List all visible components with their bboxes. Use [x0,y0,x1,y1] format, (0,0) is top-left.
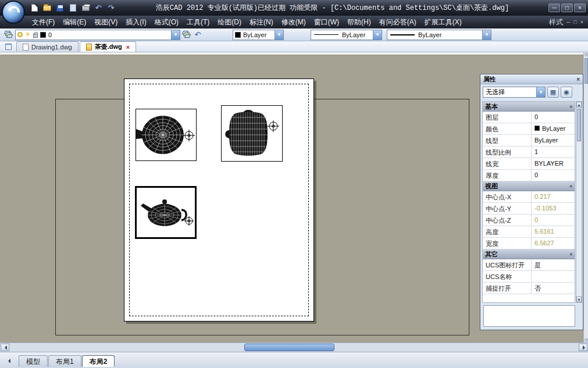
viewport-teapot-top-view[interactable] [136,109,197,161]
panel-scroll-down-icon[interactable]: ▼ [576,296,582,302]
save-as-icon[interactable] [67,3,78,13]
mdi-close-icon[interactable]: × [580,19,583,25]
property-row-linetype-scale[interactable]: 线型比例 1 [483,147,575,158]
property-row-lineweight[interactable]: 线宽 BYLAYER [483,158,575,170]
app-logo-icon[interactable] [2,1,25,24]
menu-tools[interactable]: 工具(T) [183,16,213,28]
application-window: ↶ ↷ 浩辰CAD 2012 专业版(试用版)已经过期 功能受限 - [C:\D… [0,0,588,368]
section-misc[interactable]: 其它 « [483,249,575,259]
property-row-height[interactable]: 高度 5.6161 [483,226,575,238]
menu-insert[interactable]: 插入(I) [122,16,150,28]
layout-tabs: 模型 布局1 布局2 [19,354,115,367]
horizontal-scroll-thumb[interactable] [244,344,334,351]
paper-sheet[interactable] [124,78,314,321]
vertical-scroll-thumb[interactable] [585,58,588,84]
property-row-snap-on[interactable]: 捕捉打开 否 [483,283,575,294]
property-row-center-z[interactable]: 中心点-Z 0 [483,215,575,226]
canvas-horizontal-scrollbar[interactable] [0,342,588,352]
tab-layout1[interactable]: 布局1 [48,355,81,367]
layer-manager-icon[interactable] [2,30,14,40]
layer-dropdown-arrow-icon[interactable]: ▼ [171,30,180,40]
menu-edit[interactable]: 编辑(E) [59,16,90,28]
layout-tabs-back-icon[interactable] [2,355,13,366]
logo-swirl [6,3,22,20]
title-bar: ↶ ↷ 浩辰CAD 2012 专业版(试用版)已经过期 功能受限 - [C:\D… [0,0,588,16]
mdi-restore-icon[interactable]: □ [573,19,576,25]
properties-panel-header[interactable]: 属性 × [480,74,583,84]
menu-modify[interactable]: 修改(M) [277,16,310,28]
scroll-up-icon[interactable] [585,53,588,56]
tab-list-icon[interactable] [3,42,13,51]
tab-close-icon[interactable]: × [126,44,130,51]
collapse-chevron-icon[interactable]: « [568,253,574,255]
section-view[interactable]: 视图 « [483,181,575,191]
property-row-color[interactable]: 颜色 ByLayer [483,123,575,135]
scroll-left-icon[interactable] [1,344,9,351]
color-dropdown[interactable]: ByLayer ▼ [233,30,284,40]
layout-tab-bar: 模型 布局1 布局2 [0,352,588,368]
collapse-chevron-icon[interactable]: « [568,105,574,108]
panel-close-icon[interactable]: × [576,76,580,83]
maximize-button[interactable]: □ [561,3,573,12]
style-toolbar-label[interactable]: 样式 [549,17,563,27]
property-row-width[interactable]: 宽度 6.5627 [483,238,575,249]
menu-format[interactable]: 格式(O) [151,16,183,28]
menu-qa[interactable]: 有问必答(A) [375,16,420,28]
property-row-center-x[interactable]: 中心点-X 0.217 [483,191,575,203]
property-row-ucs-icon-on[interactable]: UCS图标打开 是 [483,259,575,271]
mdi-minimize-icon[interactable]: ─ [566,19,570,25]
redo-icon[interactable]: ↷ [106,3,116,13]
layer-color-chip [40,32,46,38]
menu-view[interactable]: 视图(V) [90,16,122,28]
menu-help[interactable]: 帮助(H) [343,16,375,28]
linetype-sample [314,34,338,35]
viewport-teapot-front-view[interactable] [221,105,283,162]
layer-dropdown[interactable]: ☀ 0 ▼ [15,30,180,40]
current-color-value: ByLayer [243,31,266,38]
scroll-right-icon[interactable] [579,344,587,351]
selection-dropdown-arrow-icon[interactable]: ▼ [536,87,545,97]
lineweight-dropdown-arrow-icon[interactable]: ▼ [482,30,491,40]
selection-filter-row: 无选择 ▼ ▦ ◉ [480,84,583,100]
lineweight-dropdown[interactable]: ByLayer ▼ [387,30,491,40]
new-file-icon[interactable] [29,3,40,13]
layer-previous-icon[interactable]: ↶ [192,30,204,40]
save-icon[interactable] [55,3,65,13]
section-general[interactable]: 基本 « [483,102,575,112]
collapse-chevron-icon[interactable]: « [568,185,574,187]
minimize-button[interactable]: ─ [548,3,560,12]
toggle-pickadd-button[interactable]: ▦ [547,87,559,98]
color-swatch [534,126,540,131]
property-row-thickness[interactable]: 厚度 0 [483,170,575,181]
tab-layout2[interactable]: 布局2 [82,355,115,367]
window-controls: ─ □ × [548,3,586,12]
selection-filter-dropdown[interactable]: 无选择 ▼ [483,87,546,98]
property-row-center-y[interactable]: 中心点-Y -0.1053 [483,203,575,215]
undo-icon[interactable]: ↶ [93,3,104,13]
tab-model[interactable]: 模型 [19,355,48,367]
open-file-icon[interactable] [42,3,52,13]
property-row-ucs-name[interactable]: UCS名称 [483,271,575,283]
linetype-dropdown[interactable]: ByLayer ▼ [311,30,382,40]
viewport-teapot-isometric-view[interactable] [135,186,197,239]
tab-drawing1[interactable]: Drawing1.dwg [16,41,79,52]
close-button[interactable]: × [574,3,586,12]
make-object-layer-current-icon[interactable] [180,30,192,40]
plot-icon[interactable] [80,3,91,13]
property-row-linetype[interactable]: 线型 ByLayer [483,135,575,147]
menu-express-tools[interactable]: 扩展工具(X) [420,16,466,28]
property-row-layer[interactable]: 图层 0 [483,112,575,123]
panel-scroll-thumb[interactable] [577,109,581,141]
menu-dimension[interactable]: 标注(N) [245,16,277,28]
menu-window[interactable]: 窗口(W) [310,16,343,28]
color-dropdown-arrow-icon[interactable]: ▼ [275,30,283,40]
properties-scrollbar[interactable]: ▲ ▼ [576,101,582,303]
panel-scroll-up-icon[interactable]: ▲ [576,102,582,108]
menu-draw[interactable]: 绘图(D) [213,16,245,28]
tab-teapot-active[interactable]: 茶壶.dwg × [80,41,137,52]
quick-select-button[interactable]: ◉ [561,87,572,98]
canvas-vertical-scrollbar[interactable] [583,52,588,342]
linetype-dropdown-arrow-icon[interactable]: ▼ [373,30,382,40]
scroll-down-icon[interactable] [585,338,588,342]
menu-file[interactable]: 文件(F) [28,16,59,28]
